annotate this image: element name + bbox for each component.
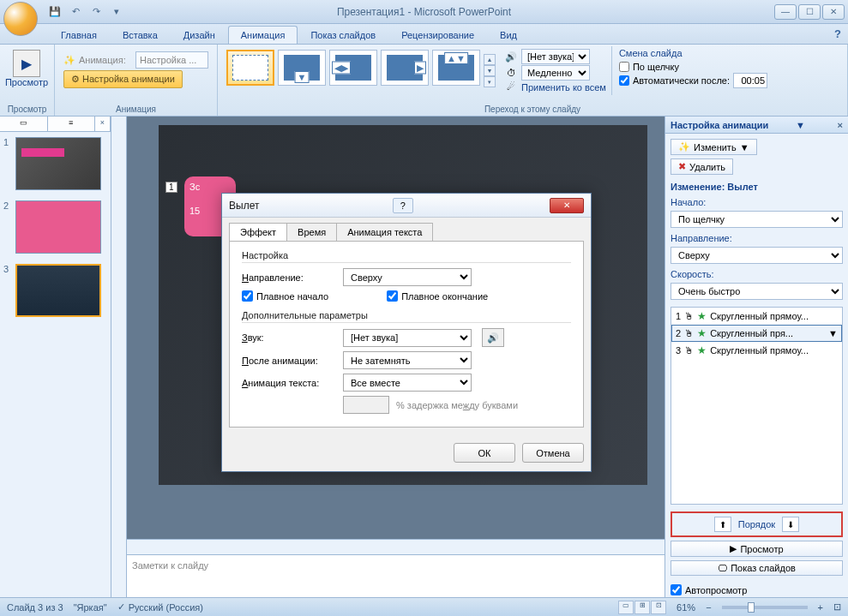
list-item[interactable]: 1🖱★Скругленный прямоу... [671, 308, 842, 325]
change-effect-button[interactable]: ✨Изменить ▼ [671, 139, 757, 155]
effect-icon: ★ [697, 310, 707, 322]
thumbnail-2[interactable]: 2 [0, 195, 111, 259]
tab-design[interactable]: Дизайн [171, 26, 228, 44]
gallery-more-icon[interactable]: ▾ [484, 76, 496, 87]
dlg-tab-effect[interactable]: Эффект [229, 223, 287, 241]
delay-label: % задержка между буквами [396, 400, 518, 410]
language-indicator[interactable]: ✓Русский (Россия) [117, 601, 203, 613]
smooth-end-checkbox[interactable] [387, 290, 398, 302]
zoom-out-icon[interactable]: − [706, 602, 711, 613]
thumbs-close-icon[interactable]: × [95, 117, 111, 131]
move-up-button[interactable]: ⬆ [714, 517, 731, 532]
fit-icon[interactable]: ⊡ [833, 601, 841, 613]
on-click-label: По щелчку [633, 62, 679, 72]
move-down-button[interactable]: ⬇ [782, 517, 799, 532]
direction-label: Направление: [671, 233, 843, 243]
outline-tab[interactable]: ≡ [48, 117, 96, 131]
custom-animation-button[interactable]: ⚙ Настройка анимации [63, 70, 183, 88]
gallery-down-icon[interactable]: ▼ [484, 65, 496, 76]
dlg-direction-select[interactable]: Сверху [343, 268, 472, 286]
zoom-in-icon[interactable]: + [818, 602, 823, 613]
dialog-help-icon[interactable]: ? [393, 198, 413, 213]
gallery-up-icon[interactable]: ▲ [484, 54, 496, 65]
dlg-tab-timing[interactable]: Время [286, 223, 337, 241]
direction-select[interactable]: Сверху [671, 247, 843, 264]
save-icon[interactable]: 💾 [46, 3, 63, 21]
on-click-checkbox[interactable] [619, 62, 629, 72]
pane-menu-icon[interactable]: ▼ [796, 120, 805, 130]
dialog-close-button[interactable]: ✕ [550, 198, 584, 213]
zoom-slider[interactable] [722, 606, 808, 609]
slideshow-button[interactable]: 🖵 Показ слайдов [671, 560, 843, 576]
tab-review[interactable]: Рецензирование [388, 26, 487, 44]
tab-animations[interactable]: Анимация [228, 26, 298, 44]
dlg-after-label: После анимации: [242, 356, 336, 366]
help-icon[interactable]: ? [834, 27, 841, 40]
office-button[interactable] [3, 2, 38, 36]
minimize-button[interactable]: — [774, 4, 797, 20]
transition-item[interactable]: ▲▼ [432, 50, 480, 86]
thumbnail-3[interactable]: 3 [0, 259, 111, 322]
smooth-end-label: Плавное окончание [401, 291, 488, 302]
auto-time-input[interactable] [733, 73, 767, 88]
animation-list: 1🖱★Скругленный прямоу... 2🖱★Скругленный … [671, 307, 843, 505]
cancel-button[interactable]: Отмена [522, 443, 584, 463]
remove-effect-button[interactable]: ✖Удалить [671, 158, 733, 175]
dialog-titlebar[interactable]: Вылет ? ✕ [222, 194, 591, 218]
chevron-down-icon[interactable]: ▼ [828, 328, 838, 338]
play-button[interactable]: ▶ Просмотр [671, 541, 843, 557]
gear-icon: ⚙ [71, 74, 80, 84]
close-button[interactable]: ✕ [822, 4, 845, 20]
list-item[interactable]: 3🖱★Скругленный прямоу... [671, 342, 842, 359]
normal-view-icon[interactable]: ▭ [618, 601, 634, 614]
animate-label: Анимация: [79, 55, 132, 65]
smooth-start-checkbox[interactable] [242, 290, 253, 302]
thumbnail-1[interactable]: 1 [0, 132, 111, 195]
tab-slideshow[interactable]: Показ слайдов [298, 26, 388, 44]
transition-none[interactable] [226, 50, 274, 86]
dlg-tab-textanim[interactable]: Анимация текста [336, 223, 433, 241]
anim-tag[interactable]: 1 [165, 182, 177, 193]
dlg-textanim-label: Анимация текста: [242, 378, 336, 388]
transition-item[interactable]: ▼ [278, 50, 326, 86]
transition-item[interactable]: ◀▶ [329, 50, 377, 86]
preview-button[interactable]: ▶ Просмотр [5, 46, 48, 91]
sorter-view-icon[interactable]: ⊞ [634, 601, 650, 614]
mouse-icon: 🖱 [684, 311, 694, 321]
effect-dialog: Вылет ? ✕ Эффект Время Анимация текста Н… [221, 193, 592, 472]
ok-button[interactable]: ОК [454, 443, 515, 463]
tab-view[interactable]: Вид [487, 26, 530, 44]
pane-close-icon[interactable]: × [838, 120, 843, 130]
zoom-level[interactable]: 61% [677, 602, 695, 613]
dlg-sound-select[interactable]: [Нет звука] [343, 329, 472, 347]
speed-select[interactable]: Медленно [521, 65, 590, 81]
ribbon: ▶ Просмотр Просмотр ✨ Анимация: ⚙ Настро… [0, 45, 848, 117]
auto-after-label: Автоматически после: [633, 75, 730, 86]
autopreview-checkbox[interactable] [671, 584, 682, 595]
start-select[interactable]: По щелчку [671, 211, 843, 228]
qat-menu-icon[interactable]: ▾ [108, 3, 125, 21]
list-item[interactable]: 2🖱★Скругленный пря...▼ [671, 325, 842, 342]
sound-volume-icon[interactable]: 🔊 [482, 328, 504, 347]
spell-icon: ✓ [117, 601, 125, 613]
apply-all-button[interactable]: Применить ко всем [521, 82, 606, 93]
dlg-after-select[interactable]: Не затемнять [343, 351, 472, 369]
tab-home[interactable]: Главная [48, 26, 110, 44]
effect-icon: ★ [697, 344, 707, 356]
redo-icon[interactable]: ↷ [87, 3, 105, 21]
notes-pane[interactable]: Заметки к слайду [127, 554, 665, 601]
dlg-textanim-select[interactable]: Все вместе [343, 374, 472, 392]
speed-select[interactable]: Очень быстро [671, 283, 843, 300]
transition-item[interactable]: ▶ [381, 50, 429, 86]
group-animation: Анимация [60, 103, 212, 116]
slides-tab[interactable]: ▭ [0, 117, 48, 131]
tab-insert[interactable]: Вставка [110, 26, 171, 44]
star-icon: ✨ [678, 141, 690, 153]
slideshow-view-icon[interactable]: ⊡ [651, 601, 666, 614]
auto-after-checkbox[interactable] [619, 75, 629, 86]
horizontal-scrollbar[interactable] [127, 539, 665, 554]
maximize-button[interactable]: ☐ [798, 4, 821, 20]
animate-select[interactable] [135, 51, 208, 69]
undo-icon[interactable]: ↶ [67, 3, 84, 21]
sound-select[interactable]: [Нет звука] [521, 49, 590, 64]
